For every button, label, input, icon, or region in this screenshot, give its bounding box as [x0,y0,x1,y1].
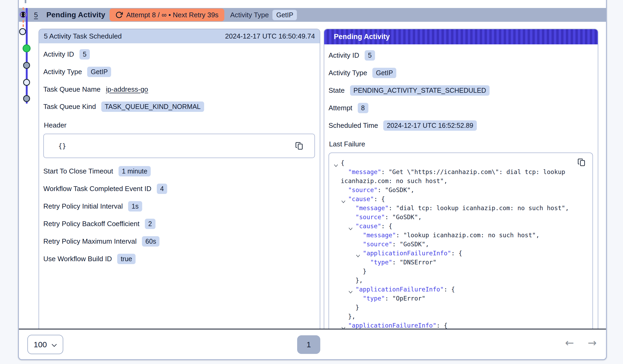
field-label: State [329,86,345,95]
json-key: "applicationFailureInfo" [355,286,444,293]
json-punctuation: }, [348,313,356,320]
field-row-workflow-task-completed-event-id: Workflow Task Completed Event ID4 [43,184,315,194]
copy-icon[interactable] [295,141,304,150]
field-value-badge: 1s [128,201,142,211]
json-punctuation: : [392,259,400,266]
json-key: "applicationFailureInfo" [348,322,436,329]
timeline-dot-1[interactable] [19,28,26,35]
field-row-attempt: Attempt8 [329,103,593,113]
activity-type-badge: GetIP [272,10,297,20]
page-size-select[interactable]: 100 [27,335,63,354]
field-row-activity-type: Activity TypeGetIP [329,68,593,78]
field-label: Start To Close Timeout [43,167,113,175]
json-punctuation: : { [451,250,462,257]
event-title: Pending Activity [46,11,105,19]
field-value-badge: 1 minute [119,166,151,176]
timeline-dot-2[interactable] [23,44,31,52]
field-label: Attempt [329,104,352,112]
json-punctuation: : { [436,322,448,329]
json-value: "lookup icanhazip.com: no such host", [403,232,539,239]
current-page-button[interactable]: 1 [297,335,320,354]
collapse-chevron-icon[interactable] [334,160,338,170]
json-punctuation: : [385,295,392,302]
event-detail-fields-bottom: Start To Close Timeout1 minuteWorkflow T… [43,166,315,271]
json-code-line: "message": "lookup icanhazip.com: no suc… [341,231,586,240]
json-code-line: "source": "GoSDK", [341,185,586,194]
header-payload-box: {} [43,134,315,158]
collapse-chevron-icon[interactable] [334,323,346,329]
json-code-line: } [341,267,586,276]
field-value-badge: 5 [365,50,375,61]
json-code-line: { [341,158,586,167]
field-label: Activity ID [329,51,359,60]
pending-activity-card: Pending Activity Activity ID5Activity Ty… [324,29,598,329]
json-value: "GoSDK", [392,214,422,221]
event-id-link[interactable]: 5 [34,11,38,19]
json-key: "source" [355,214,385,221]
json-value: "GoSDK", [385,187,414,193]
field-value-badge: TASK_QUEUE_KIND_NORMAL [101,101,204,112]
task-queue-link[interactable]: ip-address-go [106,85,148,94]
json-punctuation: { [341,159,344,166]
json-code-line: "source": "GoSDK", [341,240,586,249]
pending-activity-card-header: Pending Activity [324,29,598,44]
json-punctuation: : [392,241,400,248]
json-key: "type" [363,295,385,302]
field-value-badge: PENDING_ACTIVITY_STATE_SCHEDULED [350,85,490,96]
pending-activity-icon[interactable] [19,10,27,19]
json-key: "message" [348,168,381,175]
pending-activity-fields: Activity ID5Activity TypeGetIPStatePENDI… [329,50,593,138]
field-label: Activity Type [43,68,82,76]
next-page-arrow-icon[interactable]: → [588,337,597,349]
chevron-down-icon [51,340,57,349]
field-row-task-queue-name: Task Queue Nameip-address-go [43,84,315,94]
json-value: "GoSDK", [400,241,429,248]
field-value-badge: 60s [142,236,159,247]
json-code-line: "cause": { [341,222,586,231]
json-key: "message" [363,232,396,239]
timeline-dot-4[interactable] [23,79,30,86]
json-code-line: } [341,303,586,312]
previous-page-arrow-icon[interactable]: ← [565,337,574,349]
field-value-badge: GetIP [87,67,111,77]
event-detail-card: 5 Activity Task Scheduled 2024-12-17 UTC… [39,29,320,329]
header-section-label: Header [44,121,315,129]
event-row-header[interactable]: 5 Pending Activity Attempt 8 / ∞ • Next … [19,8,606,22]
retry-badge-label: Attempt 8 / ∞ • Next Retry 39s [126,11,218,19]
event-detail-timestamp: 2024-12-17 UTC 16:50:49.74 [225,32,315,40]
field-row-activity-id: Activity ID5 [329,50,593,61]
json-punctuation: : [377,187,385,193]
field-value-badge: GetIP [372,68,396,78]
pending-activity-body: Activity ID5Activity TypeGetIPStatePENDI… [324,44,598,329]
last-failure-payload-box[interactable]: {"message": "Get \"https://icanhazip.com… [329,153,593,329]
field-label: Task Queue Kind [43,103,96,111]
timeline-dot-5[interactable] [23,95,30,102]
header-payload-code: {} [58,142,66,150]
field-value-badge: 2024-12-17 UTC 16:52:52.89 [383,120,477,131]
field-value-badge: 2 [145,219,155,229]
field-label: Activity ID [43,50,74,58]
json-punctuation: } [355,304,359,311]
json-value: "OpError" [392,295,426,302]
field-row-activity-id: Activity ID5 [43,49,315,60]
page-background: 5 Pending Activity Attempt 8 / ∞ • Next … [0,0,623,364]
last-failure-label: Last Failure [329,140,593,148]
field-row-task-queue-kind: Task Queue KindTASK_QUEUE_KIND_NORMAL [43,101,315,112]
field-row-state: StatePENDING_ACTIVITY_STATE_SCHEDULED [329,85,593,96]
field-label: Retry Policy Backoff Coefficient [43,220,140,228]
json-code-line: "cause": { [341,194,586,204]
timeline-dot-3[interactable] [23,62,30,69]
page-size-value: 100 [33,340,47,349]
event-detail-card-header: 5 Activity Task Scheduled 2024-12-17 UTC… [39,29,320,43]
field-value-badge: 8 [358,103,368,113]
json-punctuation: : { [374,196,385,202]
json-key: "message" [355,205,389,211]
pager-arrows: ← → [565,337,597,349]
json-code-line: "type": "DNSError" [341,258,586,267]
json-punctuation: : [396,232,403,239]
timeline-stub-line [25,0,26,3]
json-code-line: "applicationFailureInfo": { [341,285,586,294]
field-row-use-workflow-build-id: Use Workflow Build IDtrue [43,254,315,264]
activity-type-label: Activity Type [230,11,269,19]
json-punctuation: }, [355,277,363,284]
